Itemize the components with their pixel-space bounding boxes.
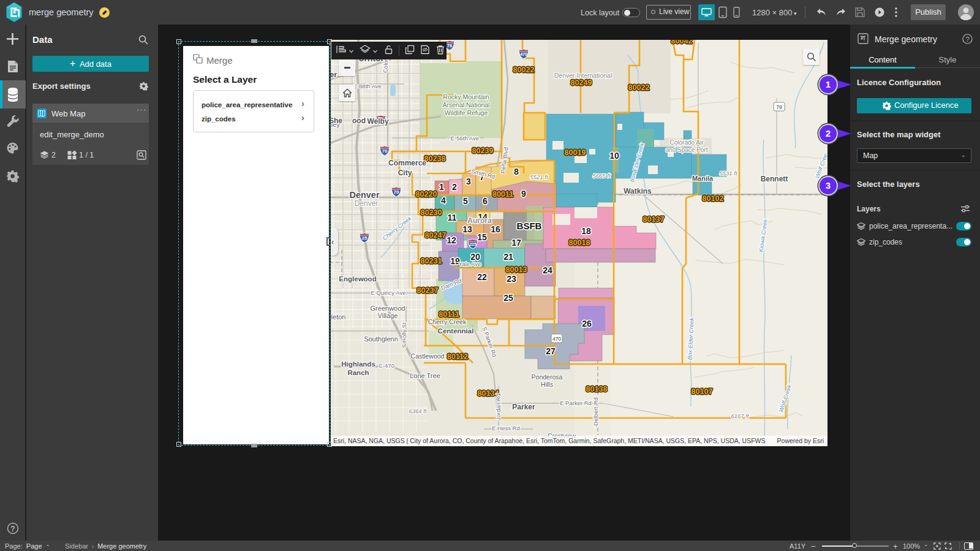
svg-text:3: 3 bbox=[466, 177, 471, 186]
svg-text:Centennial: Centennial bbox=[438, 327, 474, 335]
svg-text:C-470: C-470 bbox=[379, 362, 394, 369]
svg-text:9: 9 bbox=[521, 189, 526, 199]
svg-text:80018: 80018 bbox=[569, 238, 590, 247]
svg-text:Cherry Creek: Cherry Creek bbox=[428, 318, 467, 325]
svg-text:80107: 80107 bbox=[692, 387, 713, 396]
svg-text:80111: 80111 bbox=[439, 310, 459, 319]
svg-text:E 88th Ave: E 88th Ave bbox=[353, 83, 382, 89]
svg-text:12: 12 bbox=[447, 235, 456, 245]
svg-text:80238: 80238 bbox=[424, 154, 446, 163]
svg-text:80247: 80247 bbox=[425, 231, 447, 240]
svg-text:BSFB: BSFB bbox=[517, 221, 542, 231]
svg-text:80231: 80231 bbox=[421, 257, 442, 265]
svg-text:-Delbert-Rd: -Delbert-Rd bbox=[592, 397, 599, 427]
svg-text:Village: Village bbox=[378, 312, 398, 319]
svg-text:6364 ft: 6364 ft bbox=[409, 408, 426, 414]
svg-text:Denver: Denver bbox=[349, 190, 380, 200]
svg-text:26: 26 bbox=[582, 319, 592, 329]
svg-text:Arsenal National: Arsenal National bbox=[442, 101, 489, 108]
svg-text:ter: ter bbox=[331, 70, 337, 79]
svg-text:Wildlife Refuge: Wildlife Refuge bbox=[445, 109, 488, 116]
svg-text:80237: 80237 bbox=[417, 286, 439, 295]
svg-text:21: 21 bbox=[503, 252, 513, 262]
svg-text:80138: 80138 bbox=[586, 385, 608, 393]
svg-text:79: 79 bbox=[776, 104, 782, 110]
svg-text:tleton: tleton bbox=[331, 313, 345, 321]
svg-text:Denver: Denver bbox=[355, 199, 379, 208]
svg-text:City: City bbox=[398, 169, 412, 177]
svg-text:80011: 80011 bbox=[492, 190, 513, 199]
svg-text:Castlewood: Castlewood bbox=[411, 352, 445, 360]
svg-text:80249: 80249 bbox=[571, 78, 592, 87]
svg-text:80013: 80013 bbox=[506, 265, 527, 274]
svg-text:?: ? bbox=[10, 525, 15, 533]
svg-text:Highlands: Highlands bbox=[341, 360, 375, 368]
svg-text:Hills: Hills bbox=[541, 381, 553, 388]
svg-text:5: 5 bbox=[463, 196, 468, 206]
svg-text:80102: 80102 bbox=[703, 194, 724, 203]
svg-text:25: 25 bbox=[503, 293, 513, 303]
svg-text:23: 23 bbox=[507, 274, 516, 284]
svg-text:80022: 80022 bbox=[513, 66, 535, 74]
svg-text:80019: 80019 bbox=[565, 148, 586, 157]
svg-text:Jordan Rd: Jordan Rd bbox=[495, 393, 502, 420]
svg-text:Southglenn: Southglenn bbox=[364, 335, 398, 343]
svg-text:470: 470 bbox=[552, 336, 561, 342]
svg-text:Commerce: Commerce bbox=[388, 159, 426, 167]
svg-text:18: 18 bbox=[581, 226, 591, 236]
svg-text:80042: 80042 bbox=[671, 40, 693, 45]
svg-text:Manila: Manila bbox=[692, 175, 714, 182]
svg-text:Aurora: Aurora bbox=[467, 216, 492, 225]
svg-text:Ponderosa: Ponderosa bbox=[532, 373, 563, 381]
svg-text:15: 15 bbox=[477, 232, 487, 242]
svg-text:70: 70 bbox=[382, 148, 388, 154]
svg-text:Englewood: Englewood bbox=[339, 275, 376, 283]
svg-text:E Hess Rd: E Hess Rd bbox=[492, 425, 519, 431]
svg-text:5521 ft: 5521 ft bbox=[530, 173, 548, 180]
svg-text:6167 ft: 6167 ft bbox=[731, 412, 748, 419]
svg-text:Rocky Mountain: Rocky Mountain bbox=[443, 93, 489, 101]
svg-text:80230: 80230 bbox=[421, 208, 442, 217]
svg-text:Watkins: Watkins bbox=[624, 187, 652, 196]
svg-text:13: 13 bbox=[462, 224, 472, 234]
svg-text:Powered by Esri: Powered by Esri bbox=[777, 437, 824, 444]
svg-text:225: 225 bbox=[469, 242, 477, 246]
svg-text:24: 24 bbox=[543, 265, 552, 275]
svg-text:80022: 80022 bbox=[628, 83, 650, 92]
svg-text:25: 25 bbox=[362, 235, 368, 241]
svg-text:S Holly St: S Holly St bbox=[401, 322, 407, 348]
svg-text:Yale Ave: Yale Ave bbox=[459, 260, 481, 267]
svg-text:27: 27 bbox=[546, 346, 556, 356]
svg-text:11: 11 bbox=[448, 213, 457, 222]
svg-text:- E-56th Ave: - E-56th Ave bbox=[447, 135, 479, 142]
svg-text:5531 ft: 5531 ft bbox=[719, 170, 737, 177]
svg-text:Colorado Air: Colorado Air bbox=[669, 139, 704, 146]
svg-text:Welby: Welby bbox=[367, 117, 388, 126]
svg-text:Lone Tree: Lone Tree bbox=[410, 372, 440, 379]
svg-text:E Quincy Ave: E Quincy Ave bbox=[371, 289, 406, 296]
svg-text:470: 470 bbox=[520, 52, 527, 56]
svg-text:She: She bbox=[331, 116, 342, 125]
svg-text:70: 70 bbox=[394, 189, 399, 195]
svg-text:Denver International: Denver International bbox=[554, 72, 612, 79]
svg-text:1: 1 bbox=[439, 182, 444, 192]
svg-text:Greenwood: Greenwood bbox=[371, 305, 405, 312]
svg-text:5665 ft: 5665 ft bbox=[592, 172, 610, 179]
svg-text:6: 6 bbox=[483, 196, 488, 206]
svg-text:4: 4 bbox=[441, 196, 446, 205]
svg-text:2: 2 bbox=[452, 182, 457, 192]
svg-text:76: 76 bbox=[447, 43, 453, 48]
svg-text:10: 10 bbox=[609, 151, 619, 161]
svg-text:8: 8 bbox=[514, 167, 519, 177]
svg-text:80137: 80137 bbox=[643, 215, 665, 224]
svg-text:and Space Port: and Space Port bbox=[666, 146, 708, 153]
svg-text:80220: 80220 bbox=[416, 190, 437, 199]
svg-text:ood: ood bbox=[352, 116, 366, 125]
svg-text:16: 16 bbox=[491, 224, 500, 234]
svg-text:22: 22 bbox=[477, 272, 487, 282]
svg-text:80239: 80239 bbox=[472, 146, 494, 155]
svg-text:Bennett: Bennett bbox=[761, 175, 788, 183]
svg-text:17: 17 bbox=[511, 238, 521, 248]
svg-text:Esri, NASA, NGA, USGS | City o: Esri, NASA, NGA, USGS | City of Aurora, … bbox=[333, 437, 765, 444]
svg-text:Ranch: Ranch bbox=[347, 369, 369, 376]
